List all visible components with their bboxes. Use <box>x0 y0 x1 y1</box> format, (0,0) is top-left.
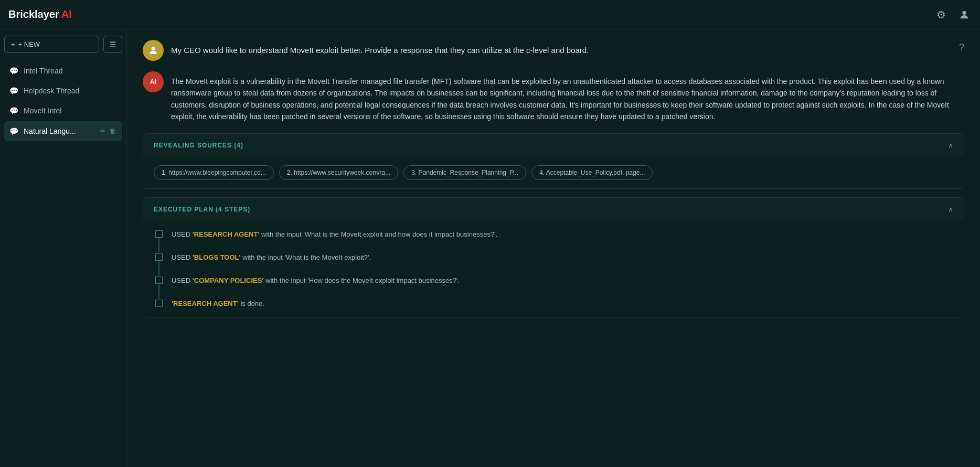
chat-icon: 💬 <box>9 107 18 115</box>
step-connector-2 <box>154 252 164 275</box>
item-actions: ✏ 🗑 <box>99 126 117 136</box>
step-line-2 <box>158 261 159 275</box>
executed-plan-body: USED 'RESEARCH AGENT' with the input 'Wh… <box>143 221 964 317</box>
source-chip-4[interactable]: 4. Acceptable_Use_Policy.pdf, page... <box>531 165 653 180</box>
logo-text: Bricklayer <box>8 8 59 20</box>
sidebar-item-label: Intel Thread <box>24 67 62 75</box>
ai-message-container: AI The MoveIt exploit is a vulnerability… <box>143 71 964 123</box>
content-area: My CEO would like to understand MoveIt e… <box>127 29 980 467</box>
sidebar: + + NEW ☰ 💬 Intel Thread 💬 Helpdesk Thre… <box>0 29 127 467</box>
chat-icon: 💬 <box>9 127 18 135</box>
plan-step-2: USED 'BLOGS TOOL' with the input 'What i… <box>154 252 953 275</box>
step-box-2 <box>155 253 163 261</box>
step-4-highlight: 'RESEARCH AGENT' <box>172 300 239 307</box>
step-line-1 <box>158 238 159 252</box>
svg-point-1 <box>152 47 155 50</box>
ai-message-text: The MoveIt exploit is a vulnerability in… <box>171 71 964 123</box>
user-message-text: My CEO would like to understand MoveIt e… <box>171 40 952 57</box>
new-icon: + <box>11 40 15 48</box>
sidebar-item-label: Natural Langu... <box>24 127 76 135</box>
step-1-highlight: 'RESEARCH AGENT' <box>193 230 260 238</box>
step-connector-3 <box>154 275 164 299</box>
plan-step-4: 'RESEARCH AGENT' is done. <box>154 299 953 309</box>
user-message-container: My CEO would like to understand MoveIt e… <box>143 40 964 61</box>
sidebar-top: + + NEW ☰ <box>4 36 122 53</box>
revealing-sources-body: 1. https://www.bleepingcomputer.co... 2.… <box>143 157 964 188</box>
revealing-sources-title: REVEALING SOURCES (4) <box>154 142 243 149</box>
step-box-3 <box>155 277 163 284</box>
plan-step-1: USED 'RESEARCH AGENT' with the input 'Wh… <box>154 229 953 252</box>
app-logo: BricklayerAI <box>8 8 72 20</box>
plan-steps-list: USED 'RESEARCH AGENT' with the input 'Wh… <box>154 229 953 309</box>
svg-point-0 <box>962 10 966 14</box>
new-button[interactable]: + + NEW <box>4 36 99 53</box>
executed-plan-title: EXECUTED PLAN (4 STEPS) <box>154 206 250 213</box>
menu-button[interactable]: ☰ <box>103 36 122 53</box>
source-chip-3[interactable]: 3. Pandemic_Response_Planning_P... <box>403 165 526 180</box>
executed-plan-header[interactable]: EXECUTED PLAN (4 STEPS) ∧ <box>143 198 964 221</box>
source-chip-1[interactable]: 1. https://www.bleepingcomputer.co... <box>154 165 274 180</box>
header: BricklayerAI ⚙ <box>0 0 980 29</box>
revealing-sources-section: REVEALING SOURCES (4) ∧ 1. https://www.b… <box>143 133 964 189</box>
source-chip-2[interactable]: 2. https://www.securityweek.com/ra... <box>279 165 398 180</box>
sources-chevron-icon: ∧ <box>948 141 953 150</box>
executed-plan-section: EXECUTED PLAN (4 STEPS) ∧ USED 'RESEARCH… <box>143 197 964 318</box>
plan-chevron-icon: ∧ <box>948 205 953 214</box>
ai-avatar: AI <box>143 71 164 92</box>
delete-icon[interactable]: 🗑 <box>109 126 117 136</box>
sidebar-item-label: MoveIt Intel <box>24 107 61 115</box>
new-button-label: + NEW <box>18 40 40 48</box>
step-text-3: USED 'COMPANY POLICIES' with the input '… <box>172 275 460 299</box>
step-box-4 <box>155 300 163 307</box>
revealing-sources-header[interactable]: REVEALING SOURCES (4) ∧ <box>143 134 964 157</box>
settings-icon[interactable]: ⚙ <box>934 7 949 22</box>
step-connector-4 <box>154 299 164 307</box>
chat-icon: 💬 <box>9 87 18 95</box>
step-text-2: USED 'BLOGS TOOL' with the input 'What i… <box>172 252 371 275</box>
step-box-1 <box>155 230 163 238</box>
sidebar-item-intel-thread[interactable]: 💬 Intel Thread <box>4 61 122 80</box>
sidebar-item-helpdesk-thread[interactable]: 💬 Helpdesk Thread <box>4 81 122 100</box>
step-2-highlight: 'BLOGS TOOL' <box>193 253 241 261</box>
chat-icon: 💬 <box>9 67 18 75</box>
step-3-highlight: 'COMPANY POLICIES' <box>193 277 264 284</box>
sidebar-item-label: Helpdesk Thread <box>24 87 79 95</box>
edit-icon[interactable]: ✏ <box>99 126 106 136</box>
plan-step-3: USED 'COMPANY POLICIES' with the input '… <box>154 275 953 299</box>
step-connector-1 <box>154 229 164 252</box>
main-layout: + + NEW ☰ 💬 Intel Thread 💬 Helpdesk Thre… <box>0 29 980 467</box>
sources-list: 1. https://www.bleepingcomputer.co... 2.… <box>154 165 953 180</box>
step-text-1: USED 'RESEARCH AGENT' with the input 'Wh… <box>172 229 497 252</box>
menu-icon: ☰ <box>110 40 116 49</box>
step-text-4: 'RESEARCH AGENT' is done. <box>172 299 264 309</box>
sidebar-item-moveit-intel[interactable]: 💬 MoveIt Intel <box>4 101 122 120</box>
sidebar-item-natural-langu[interactable]: 💬 Natural Langu... ✏ 🗑 <box>4 121 122 141</box>
header-actions: ⚙ <box>934 7 972 22</box>
user-avatar <box>143 40 164 61</box>
logo-ai-text: AI <box>61 8 72 20</box>
user-profile-icon[interactable] <box>957 7 972 22</box>
step-line-3 <box>158 284 159 299</box>
help-icon[interactable]: ? <box>959 40 964 53</box>
